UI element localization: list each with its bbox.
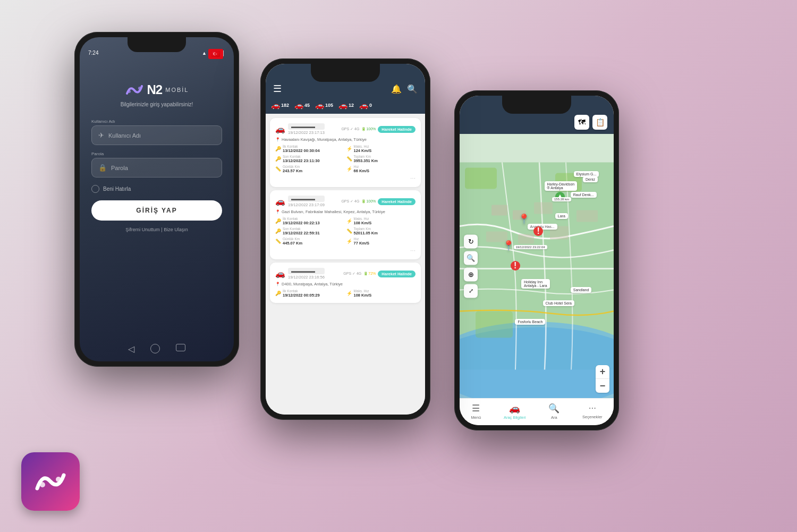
map-label-lara: Lara bbox=[555, 213, 568, 219]
phone3-layers-btn[interactable]: 🗺 bbox=[574, 115, 589, 130]
stat-red: 🚗 105 bbox=[315, 101, 333, 109]
phone1-logo: N2 MOBİL bbox=[125, 82, 189, 97]
v1-dots[interactable]: ··· bbox=[275, 174, 416, 182]
phone1-subtitle: Bilgilerinizle giriş yapabilirsiniz! bbox=[121, 102, 193, 107]
stat-gray: 🚗 0 bbox=[359, 101, 372, 109]
vehicle-card-2[interactable]: 🚗 ▬▬▬▬▬ 19/12/2022 23:17:09 GPS ✓ 4G 🔋10… bbox=[270, 190, 421, 259]
map-label-rauf: Rauf Denk... bbox=[571, 192, 597, 198]
phone2-bell-icon[interactable]: 🔔 bbox=[391, 84, 402, 94]
map-pin-orange[interactable]: 📍 bbox=[518, 213, 530, 225]
v1-gps: GPS ✓ 4G bbox=[341, 127, 359, 131]
vehicle-card-1[interactable]: 🚗 ▬▬▬▬▬ 19/12/2022 23:17:13 GPS ✓ 4G 🔋10… bbox=[270, 118, 421, 187]
phone1-nav: ◁ bbox=[80, 344, 234, 354]
v2-dots[interactable]: ··· bbox=[275, 247, 416, 254]
v1-plate: ▬▬▬▬▬ bbox=[288, 123, 325, 130]
phone1-flag: 🇹🇷 bbox=[208, 49, 223, 59]
map-pin-red1[interactable]: 📍 bbox=[503, 240, 514, 251]
phone3-nav-menu[interactable]: ☰ Menü bbox=[471, 403, 481, 420]
v3-plate: ▬▬▬▬▬ bbox=[288, 268, 325, 274]
svg-rect-10 bbox=[491, 205, 507, 216]
phone3-left-controls: ↻ 🔍 ⊕ ⤢ bbox=[464, 234, 478, 298]
phone3-map[interactable]: Harley-Davidson® Antalya Lara Anadolu Ha… bbox=[460, 134, 614, 398]
v2-plate: ▬▬▬▬▬ bbox=[288, 196, 325, 202]
map-pin-red3[interactable]: ! bbox=[533, 226, 543, 236]
phone2-search-icon[interactable]: 🔍 bbox=[407, 84, 418, 94]
v3-battery: 🔋72% bbox=[363, 272, 376, 276]
phone3-rotate-btn[interactable]: ↻ bbox=[464, 234, 478, 248]
phone3-zoom-in-icon[interactable]: 🔍 bbox=[464, 251, 478, 265]
svg-rect-9 bbox=[476, 311, 513, 338]
phone2-notch bbox=[311, 64, 380, 82]
v1-stats: 🔑 İlk Kontak 13/12/2022 00:30:04 ⚡ Maks.… bbox=[275, 145, 416, 173]
v3-gps: GPS ✓ 4G bbox=[343, 272, 361, 276]
phone3-list-btn[interactable]: 📋 bbox=[592, 115, 607, 130]
svg-rect-12 bbox=[534, 202, 553, 214]
map-label-harley: Harley-Davidson® Antalya bbox=[545, 181, 578, 191]
phone3-nav-options[interactable]: ··· Seçenekler bbox=[582, 403, 603, 420]
phone2: ☰ 🔔 🔍 🚗 182 🚗 45 🚗 105 🚗 12 bbox=[260, 58, 430, 420]
phone3-nav-vehicles[interactable]: 🚗 Araç Bilgileri bbox=[504, 403, 526, 420]
phone3-navbar: ☰ Menü 🚗 Araç Bilgileri 🔍 Ara ··· Seçene… bbox=[460, 398, 614, 425]
phone3-zoom-plus[interactable]: + bbox=[596, 365, 609, 379]
phone1-remember-checkbox[interactable] bbox=[91, 185, 99, 193]
svg-point-2 bbox=[128, 90, 131, 93]
phone3-notch bbox=[502, 96, 571, 114]
svg-point-1 bbox=[56, 477, 61, 482]
phone1-forgot[interactable]: Şifremi Unuttum | Bize Ulaşın bbox=[80, 227, 234, 232]
svg-point-6 bbox=[460, 327, 614, 399]
phone1-logo-area: N2 MOBİL Bilgilerinizle giriş yapabilirs… bbox=[80, 82, 234, 107]
phone2-menu-icon[interactable]: ☰ bbox=[273, 83, 282, 95]
map-label-clubsera: Club Hotel Sera bbox=[543, 300, 574, 306]
svg-rect-7 bbox=[465, 168, 497, 189]
v2-status: Hareket Halinde bbox=[378, 198, 416, 205]
phone3-fullscreen-btn[interactable]: ⤢ bbox=[464, 284, 478, 298]
app-icon[interactable] bbox=[21, 452, 80, 511]
v3-time: 19/12/2022 23:16:56 bbox=[288, 275, 325, 280]
v2-stats: 🔑 İlk Kontak 19/12/2022 00:22:13 ⚡ Maks.… bbox=[275, 217, 416, 246]
phone1-username-group: Kullanıcı Adı ✈ Kullanıcı Adı bbox=[91, 119, 222, 145]
phone1-home-btn[interactable] bbox=[150, 344, 160, 353]
v3-status: Hareket Halinde bbox=[378, 271, 416, 277]
phone1-username-input[interactable]: ✈ Kullanıcı Adı bbox=[91, 125, 222, 145]
v2-time: 19/12/2022 23:17:09 bbox=[288, 202, 325, 207]
svg-point-0 bbox=[40, 482, 45, 487]
map-label-elysium: Elysium G... bbox=[574, 171, 599, 177]
phone1-password-input[interactable]: 🔒 Parola bbox=[91, 158, 222, 178]
phone1-notch bbox=[128, 37, 186, 52]
v1-time: 19/12/2022 23:17:13 bbox=[288, 130, 325, 135]
v2-gps: GPS ✓ 4G bbox=[341, 199, 359, 204]
phone1-time: 7:24 bbox=[88, 50, 98, 56]
phone1-username-label: Kullanıcı Adı bbox=[91, 119, 222, 124]
phone1-login-button[interactable]: GİRİŞ YAP bbox=[91, 200, 222, 221]
svg-rect-16 bbox=[576, 210, 598, 222]
v1-location: 📍Havaalanı Kavşağı, Muratpaşa, Antalya, … bbox=[275, 137, 416, 142]
phone2-action-icons: 🔔 🔍 bbox=[391, 84, 418, 94]
phone1-recent-btn[interactable] bbox=[176, 344, 185, 351]
map-pin-red2[interactable]: ! bbox=[511, 261, 520, 271]
vehicle-card-3[interactable]: 🚗 ▬▬▬▬▬ 19/12/2022 23:16:56 GPS ✓ 4G 🔋72… bbox=[270, 263, 421, 303]
phone1-password-label: Parola bbox=[91, 151, 222, 156]
v3-location: 📍D400, Muratpaşa, Antalya, Türkiye bbox=[275, 282, 416, 286]
map-label-fosforlu: Fosforlu Beach bbox=[515, 319, 545, 325]
phone1-back-btn[interactable]: ◁ bbox=[128, 344, 134, 354]
phone1-remember-label: Beni Hatırla bbox=[103, 186, 131, 192]
phone3-compass-btn[interactable]: ⊕ bbox=[464, 267, 478, 281]
stat-green: 🚗 45 bbox=[294, 101, 310, 109]
phone1-login-button-wrapper[interactable]: GİRİŞ YAP bbox=[91, 200, 222, 221]
map-label-holidayinn: Holiday InnAntalya - Lara bbox=[521, 279, 550, 289]
phone3-zoom-controls: + − bbox=[596, 365, 609, 393]
phone1-password-group: Parola 🔒 Parola bbox=[91, 151, 222, 178]
map-label-deniz: Deniz bbox=[583, 176, 598, 182]
phone3-zoom-minus[interactable]: − bbox=[596, 379, 609, 393]
phone1-remember[interactable]: Beni Hatırla bbox=[91, 185, 222, 193]
v3-stats: 🔑 İlk Kontak 19/12/2022 00:05:29 ⚡ Maks.… bbox=[275, 289, 416, 298]
v2-location: 📍Gazi Bulvarı, Fabrikalar Mahallesi, Kep… bbox=[275, 209, 416, 214]
map-data-2: 155.28 km bbox=[552, 197, 571, 201]
phone3-nav-search[interactable]: 🔍 Ara bbox=[548, 403, 559, 420]
map-label-sandland: Sandland bbox=[571, 287, 592, 293]
phone2-vehicle-list: 🚗 ▬▬▬▬▬ 19/12/2022 23:17:13 GPS ✓ 4G 🔋10… bbox=[266, 114, 425, 415]
phone2-stats-bar: 🚗 182 🚗 45 🚗 105 🚗 12 🚗 0 bbox=[266, 99, 425, 114]
phone1-form: Kullanıcı Adı ✈ Kullanıcı Adı Parola 🔒 P… bbox=[80, 119, 234, 178]
phone3: 🗺 📋 bbox=[454, 90, 619, 430]
stat-teal: 🚗 182 bbox=[271, 101, 289, 109]
